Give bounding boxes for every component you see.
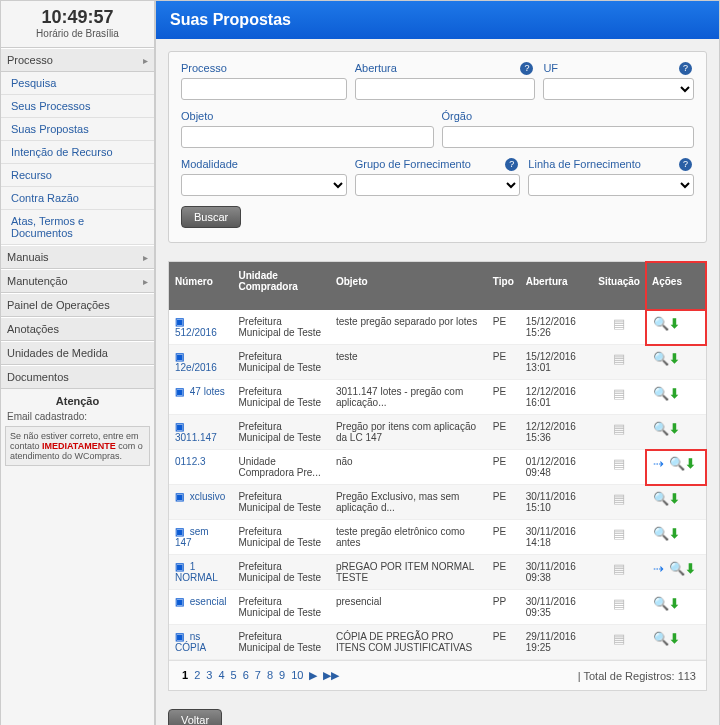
view-icon[interactable]: 🔍 (669, 561, 683, 575)
menu-section[interactable]: Manuais▸ (1, 245, 154, 269)
document-icon[interactable]: ▤ (613, 386, 625, 401)
document-icon[interactable]: ▤ (613, 491, 625, 506)
menu-single[interactable]: Painel de Operações (1, 293, 154, 317)
download-icon[interactable]: ⬇ (669, 526, 683, 540)
menu-section[interactable]: Manutenção▸ (1, 269, 154, 293)
expand-icon[interactable]: ▣ (175, 631, 185, 641)
menu-item[interactable]: Intenção de Recurso (1, 141, 154, 164)
cell-numero[interactable]: ▣ esencial (169, 590, 232, 625)
select-uf[interactable] (543, 78, 694, 100)
select-grupo[interactable] (355, 174, 521, 196)
help-icon[interactable]: ? (679, 158, 692, 171)
select-linha[interactable] (528, 174, 694, 196)
download-icon[interactable]: ⬇ (669, 386, 683, 400)
cell-situacao: ▤ (592, 485, 646, 520)
expand-icon[interactable]: ▣ (175, 351, 185, 361)
cell-numero[interactable]: ▣ 47 lotes (169, 380, 232, 415)
menu-item[interactable]: Atas, Termos e Documentos (1, 210, 154, 245)
view-icon[interactable]: 🔍 (653, 351, 667, 365)
document-icon[interactable]: ▤ (613, 316, 625, 331)
view-icon[interactable]: 🔍 (653, 526, 667, 540)
input-processo[interactable] (181, 78, 347, 100)
page-link[interactable]: 9 (279, 669, 285, 681)
document-icon[interactable]: ▤ (613, 526, 625, 541)
total-records: | Total de Registros: 113 (578, 670, 696, 682)
cell-unidade: Prefeitura Municipal de Teste (232, 625, 329, 660)
menu-item[interactable]: Pesquisa (1, 72, 154, 95)
cell-numero[interactable]: ▣ xclusivo (169, 485, 232, 520)
menu-item[interactable]: Suas Propostas (1, 118, 154, 141)
extra-action-icon[interactable]: ⇢ (653, 456, 667, 470)
view-icon[interactable]: 🔍 (653, 386, 667, 400)
input-orgao[interactable] (442, 126, 695, 148)
expand-icon[interactable]: ▣ (175, 561, 185, 571)
menu-section[interactable]: Processo▸ (1, 48, 154, 72)
page-link[interactable]: 7 (255, 669, 261, 681)
page-next-icon[interactable]: ▶ (309, 669, 317, 681)
expand-icon[interactable]: ▣ (175, 491, 185, 501)
page-next-icon[interactable]: ▶▶ (323, 669, 339, 681)
document-icon[interactable]: ▤ (613, 421, 625, 436)
select-modalidade[interactable] (181, 174, 347, 196)
help-icon[interactable]: ? (679, 62, 692, 75)
extra-action-icon[interactable]: ⇢ (653, 561, 667, 575)
expand-icon[interactable]: ▣ (175, 421, 185, 431)
input-abertura[interactable] (355, 78, 536, 100)
input-objeto[interactable] (181, 126, 434, 148)
table-row: ▣ esencialPrefeitura Municipal de Testep… (169, 590, 706, 625)
menu-single[interactable]: Documentos (1, 365, 154, 389)
cell-tipo: PE (487, 625, 520, 660)
document-icon[interactable]: ▤ (613, 351, 625, 366)
cell-numero[interactable]: 0112.3 (169, 450, 232, 485)
cell-tipo: PE (487, 520, 520, 555)
document-icon[interactable]: ▤ (613, 631, 625, 646)
download-icon[interactable]: ⬇ (669, 596, 683, 610)
view-icon[interactable]: 🔍 (653, 631, 667, 645)
view-icon[interactable]: 🔍 (653, 491, 667, 505)
expand-icon[interactable]: ▣ (175, 596, 185, 606)
download-icon[interactable]: ⬇ (669, 421, 683, 435)
label-orgao: Órgão (442, 110, 695, 122)
cell-objeto: teste pregão separado por lotes (330, 310, 487, 345)
download-icon[interactable]: ⬇ (669, 351, 683, 365)
menu-item[interactable]: Contra Razão (1, 187, 154, 210)
cell-numero[interactable]: ▣ 512/2016 (169, 310, 232, 345)
document-icon[interactable]: ▤ (613, 561, 625, 576)
download-icon[interactable]: ⬇ (685, 561, 699, 575)
cell-numero[interactable]: ▣ 1 NORMAL (169, 555, 232, 590)
menu-single[interactable]: Unidades de Medida (1, 341, 154, 365)
voltar-button[interactable]: Voltar (168, 709, 222, 725)
menu-single[interactable]: Anotações (1, 317, 154, 341)
page-link[interactable]: 5 (231, 669, 237, 681)
cell-numero[interactable]: ▣ 3011.147 (169, 415, 232, 450)
page-link[interactable]: 4 (218, 669, 224, 681)
cell-numero[interactable]: ▣ sem 147 (169, 520, 232, 555)
expand-icon[interactable]: ▣ (175, 316, 185, 326)
cell-abertura: 15/12/2016 15:26 (520, 310, 592, 345)
page-link[interactable]: 3 (206, 669, 212, 681)
view-icon[interactable]: 🔍 (669, 456, 683, 470)
page-link[interactable]: 6 (243, 669, 249, 681)
document-icon[interactable]: ▤ (613, 456, 625, 471)
expand-icon[interactable]: ▣ (175, 526, 185, 536)
cell-numero[interactable]: ▣ ns CÓPIA (169, 625, 232, 660)
page-link[interactable]: 8 (267, 669, 273, 681)
menu-item[interactable]: Recurso (1, 164, 154, 187)
view-icon[interactable]: 🔍 (653, 421, 667, 435)
download-icon[interactable]: ⬇ (669, 631, 683, 645)
page-link[interactable]: 10 (291, 669, 303, 681)
menu-item[interactable]: Seus Processos (1, 95, 154, 118)
cell-unidade: Prefeitura Municipal de Teste (232, 520, 329, 555)
download-icon[interactable]: ⬇ (669, 491, 683, 505)
cell-acoes: 🔍⬇ (646, 310, 706, 345)
download-icon[interactable]: ⬇ (685, 456, 699, 470)
cell-numero[interactable]: ▣ 12e/2016 (169, 345, 232, 380)
view-icon[interactable]: 🔍 (653, 316, 667, 330)
view-icon[interactable]: 🔍 (653, 596, 667, 610)
download-icon[interactable]: ⬇ (669, 316, 683, 330)
page-link[interactable]: 1 (182, 669, 188, 681)
expand-icon[interactable]: ▣ (175, 386, 185, 396)
page-link[interactable]: 2 (194, 669, 200, 681)
document-icon[interactable]: ▤ (613, 596, 625, 611)
buscar-button[interactable]: Buscar (181, 206, 241, 228)
